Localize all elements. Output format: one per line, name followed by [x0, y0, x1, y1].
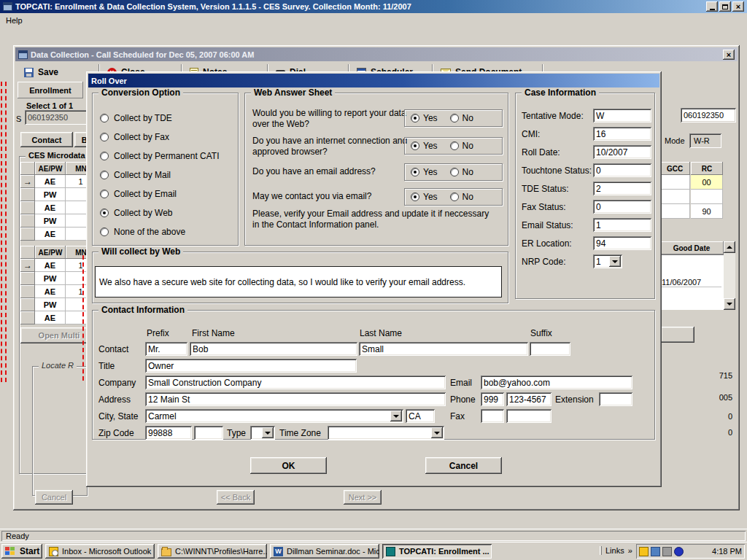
- fax-number-field[interactable]: [506, 409, 551, 423]
- task-button-topcati-active[interactable]: TOPCATI: Enrollment ...: [382, 544, 492, 559]
- radio-yes[interactable]: [411, 192, 419, 201]
- extension-label: Extension: [555, 394, 594, 405]
- grid-row[interactable]: PW: [20, 272, 96, 285]
- prefix-field[interactable]: [145, 342, 187, 356]
- radio-no[interactable]: [450, 114, 459, 122]
- prefix-column-header: Prefix: [147, 328, 169, 338]
- radio-yes[interactable]: [411, 168, 419, 176]
- radio-yes[interactable]: [411, 114, 419, 122]
- radio-collect-by-mail[interactable]: Collect by Mail: [100, 170, 171, 180]
- contact-button[interactable]: Contact: [20, 132, 73, 147]
- good-date-list[interactable]: 11/06/2007: [659, 254, 724, 310]
- cancel-button[interactable]: Cancel: [425, 457, 502, 474]
- radio-collect-by-email[interactable]: Collect by Email: [100, 189, 177, 199]
- tray-lock-icon[interactable]: [662, 547, 672, 556]
- radio-collect-by-web[interactable]: Collect by Web: [100, 208, 172, 218]
- suffix-field[interactable]: [530, 342, 570, 356]
- city-value: Carmel: [145, 411, 390, 421]
- scroll-down-button[interactable]: [724, 298, 735, 310]
- last-name-field[interactable]: [359, 342, 528, 356]
- address-field[interactable]: [145, 392, 446, 406]
- type-dropdown-button[interactable]: [262, 427, 274, 438]
- nav-back-button[interactable]: << Back: [217, 490, 255, 505]
- links-toolbar[interactable]: Links »: [600, 546, 632, 555]
- grid-row[interactable]: → AE 1: [20, 175, 96, 188]
- fax-area-field[interactable]: [481, 409, 504, 423]
- maximize-button[interactable]: [719, 1, 731, 12]
- email-field[interactable]: [481, 376, 632, 389]
- first-name-field[interactable]: [190, 342, 357, 356]
- radio-yes[interactable]: [411, 141, 419, 150]
- radio-icon[interactable]: [100, 209, 109, 217]
- grid-row[interactable]: PW: [20, 298, 96, 311]
- task-button-word[interactable]: W Dillman Seminar.doc - Mic...: [270, 544, 379, 559]
- title-field[interactable]: [145, 359, 357, 373]
- scroll-up-button[interactable]: [724, 241, 735, 253]
- toolbar-grip: [600, 546, 602, 555]
- minimize-button[interactable]: [706, 1, 718, 12]
- question-report-over-web: Would you be willing to report your data…: [252, 108, 409, 130]
- radio-collect-by-permanent-cati[interactable]: Collect by Permanent CATI: [100, 151, 220, 161]
- radio-collect-by-fax[interactable]: Collect by Fax: [100, 132, 169, 142]
- grid-row[interactable]: AE: [20, 228, 96, 241]
- nav-next-button[interactable]: Next >>: [344, 490, 382, 505]
- radio-no[interactable]: [450, 141, 459, 150]
- fax-status-field[interactable]: [593, 200, 651, 214]
- grid-row[interactable]: AE: [20, 201, 96, 214]
- radio-icon[interactable]: [100, 171, 109, 179]
- er-location-field[interactable]: [593, 236, 651, 250]
- start-button[interactable]: Start: [1, 544, 42, 559]
- city-dropdown-button[interactable]: [390, 411, 402, 421]
- tentative-mode-field[interactable]: [593, 109, 651, 122]
- type-select[interactable]: [250, 426, 275, 440]
- city-select[interactable]: Carmel: [145, 409, 403, 423]
- radio-icon[interactable]: [100, 152, 109, 160]
- nrp-code-select[interactable]: 1: [593, 254, 622, 268]
- task-button-explorer[interactable]: C:\WINNT\Profiles\Harre...: [158, 544, 267, 559]
- grid-row[interactable]: PW: [20, 214, 96, 228]
- cmi-field[interactable]: [593, 127, 651, 141]
- nav-cancel-button[interactable]: Cancel: [35, 490, 73, 505]
- dc-close-button[interactable]: ×: [723, 50, 735, 60]
- time-zone-dropdown-button[interactable]: [431, 427, 443, 438]
- case-id-field[interactable]: 060192350: [681, 108, 736, 122]
- phone-number-field[interactable]: [506, 392, 551, 406]
- phone-area-field[interactable]: [481, 392, 504, 406]
- tray-antivirus-icon[interactable]: [674, 547, 684, 556]
- chevron-icon[interactable]: »: [628, 546, 632, 555]
- grid-row[interactable]: AE 1: [20, 285, 96, 298]
- nrp-dropdown-button[interactable]: [609, 256, 621, 267]
- good-date-scrollbar[interactable]: [724, 241, 735, 310]
- state-field[interactable]: [406, 409, 435, 423]
- grid-row[interactable]: → AE 1: [20, 259, 96, 272]
- radio-icon[interactable]: [100, 133, 109, 141]
- toolbar-save-button[interactable]: Save: [18, 63, 64, 82]
- minimize-icon: [710, 9, 715, 10]
- extension-field[interactable]: [599, 392, 632, 406]
- task-button-outlook[interactable]: Inbox - Microsoft Outlook: [45, 544, 155, 559]
- tray-update-icon[interactable]: [651, 547, 660, 556]
- partial-button[interactable]: [661, 327, 694, 343]
- tab-enrollment[interactable]: Enrollment: [18, 82, 83, 98]
- radio-collect-by-tde[interactable]: Collect by TDE: [100, 113, 172, 123]
- grid-row[interactable]: PW: [20, 188, 96, 201]
- close-button[interactable]: ×: [732, 1, 744, 12]
- roll-date-field[interactable]: [593, 145, 651, 159]
- radio-no[interactable]: [450, 168, 459, 176]
- radio-none-of-the-above[interactable]: None of the above: [100, 227, 185, 237]
- time-zone-select[interactable]: [328, 426, 444, 440]
- tray-mail-icon[interactable]: [639, 547, 649, 556]
- grid-row[interactable]: AE: [20, 311, 96, 324]
- menu-help[interactable]: Help: [6, 16, 23, 25]
- zip-ext-field[interactable]: [194, 426, 223, 440]
- company-field[interactable]: [145, 376, 446, 389]
- touchtone-status-field[interactable]: [593, 163, 651, 177]
- email-status-field[interactable]: [593, 218, 651, 232]
- ok-button[interactable]: OK: [250, 457, 327, 474]
- radio-icon[interactable]: [100, 228, 109, 236]
- zip-code-field[interactable]: [145, 426, 192, 440]
- tde-status-field[interactable]: [593, 182, 651, 195]
- radio-no[interactable]: [450, 192, 459, 201]
- radio-icon[interactable]: [100, 190, 109, 198]
- radio-icon[interactable]: [100, 114, 109, 122]
